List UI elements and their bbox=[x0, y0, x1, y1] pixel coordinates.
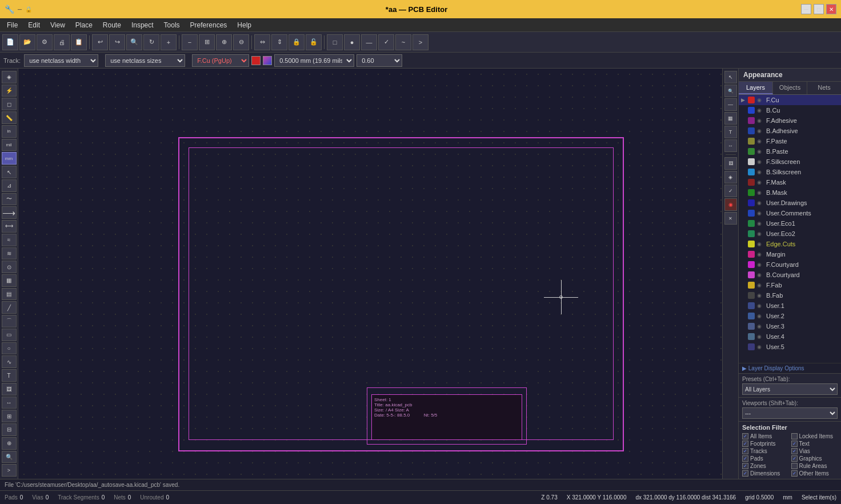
layer-visibility-icon[interactable]: ◉ bbox=[757, 138, 764, 144]
flip-x-toolbar-btn[interactable]: ⇔ bbox=[254, 34, 270, 50]
layer-row-User-3[interactable]: ◉User.3 bbox=[739, 321, 841, 331]
filter-checkbox-graphics[interactable] bbox=[791, 455, 798, 462]
layer-row-User-Drawings[interactable]: ◉User.Drawings bbox=[739, 198, 841, 208]
add-board-btn[interactable]: ◻ bbox=[2, 98, 17, 110]
layer-visibility-icon[interactable]: ◉ bbox=[757, 169, 764, 175]
layer-row-User-4[interactable]: ◉User.4 bbox=[739, 331, 841, 342]
layer-visibility-icon[interactable]: ◉ bbox=[757, 221, 764, 226]
zoom-select[interactable]: 0.60 bbox=[357, 54, 402, 67]
select-btn[interactable]: ↖ bbox=[2, 166, 17, 178]
menu-item-place[interactable]: Place bbox=[71, 20, 97, 30]
filter-checkbox-dimensions[interactable] bbox=[742, 470, 748, 477]
layer-visibility-icon[interactable]: ◉ bbox=[757, 272, 764, 278]
layer-visibility-icon[interactable]: ◉ bbox=[757, 231, 764, 237]
layer-visibility-icon[interactable]: ◉ bbox=[757, 97, 764, 103]
rib-drc-btn[interactable]: ✓ bbox=[724, 185, 737, 197]
layer-visibility-icon[interactable]: ◉ bbox=[757, 159, 764, 165]
layer-row-User-5[interactable]: ◉User.5 bbox=[739, 342, 841, 352]
width-select[interactable]: 0.5000 mm (19.69 mils) bbox=[274, 54, 354, 67]
filter-checkbox-pads[interactable] bbox=[742, 455, 748, 462]
add-footprint-toolbar-btn[interactable]: □ bbox=[327, 34, 343, 50]
via-size-select[interactable]: use netclass sizes bbox=[105, 54, 185, 67]
net-inspect-toolbar-btn[interactable]: ~ bbox=[395, 34, 411, 50]
unit-in-btn[interactable]: in bbox=[2, 125, 17, 138]
layer-display-options[interactable]: ▶ Layer Display Options bbox=[739, 363, 841, 373]
layer-visibility-icon[interactable]: ◉ bbox=[757, 149, 764, 154]
rib-select-btn[interactable]: ↖ bbox=[724, 71, 737, 83]
layer-visibility-icon[interactable]: ◉ bbox=[757, 118, 764, 123]
filter-checkbox-vias[interactable] bbox=[791, 448, 798, 454]
draw-bezier-btn[interactable]: ∿ bbox=[2, 355, 17, 368]
menu-item-edit[interactable]: Edit bbox=[23, 20, 45, 30]
rib-image-btn[interactable]: 🖼 bbox=[724, 157, 737, 170]
tune-single-btn[interactable]: ≈ bbox=[2, 234, 17, 246]
menu-item-tools[interactable]: Tools bbox=[159, 20, 185, 30]
scripting-toolbar-btn[interactable]: > bbox=[413, 34, 428, 50]
layer-row-B-Silkscreen[interactable]: ◉B.Silkscreen bbox=[739, 167, 841, 177]
refresh-toolbar-btn[interactable]: ↻ bbox=[143, 34, 159, 50]
search-toolbar-btn[interactable]: 🔍 bbox=[126, 34, 142, 50]
menu-item-file[interactable]: File bbox=[2, 20, 22, 30]
draw-circle-btn[interactable]: ○ bbox=[2, 342, 17, 355]
layer-visibility-icon[interactable]: ◉ bbox=[757, 190, 764, 195]
rib-text-btn[interactable]: T bbox=[724, 126, 737, 138]
presets-select[interactable]: All Layers bbox=[742, 383, 838, 395]
tune-diff-btn[interactable]: ≋ bbox=[2, 247, 17, 260]
filter-checkbox-other-items[interactable] bbox=[791, 470, 798, 477]
canvas-area[interactable]: Sheet: 1 Title: aa.kicad_pcb Size: / A4 … bbox=[18, 69, 722, 479]
layer-row-Edge-Cuts[interactable]: ◉Edge.Cuts bbox=[739, 239, 841, 249]
layer-visibility-icon[interactable]: ◉ bbox=[757, 251, 764, 257]
tab-nets[interactable]: Nets bbox=[807, 82, 841, 94]
rib-clear-btn[interactable]: ✕ bbox=[724, 212, 737, 225]
layer-visibility-icon[interactable]: ◉ bbox=[757, 323, 764, 329]
add-footprint-btn[interactable]: ⊞ bbox=[2, 410, 17, 422]
rib-layout-btn[interactable]: ▦ bbox=[724, 112, 737, 125]
filter-checkbox-rule-areas[interactable] bbox=[791, 463, 798, 469]
layer-visibility-icon[interactable]: ◉ bbox=[757, 107, 764, 113]
layer-row-F-Cu[interactable]: ▶◉F.Cu bbox=[739, 95, 841, 105]
layer-row-User-1[interactable]: ◉User.1 bbox=[739, 301, 841, 311]
filter-checkbox-locked-items[interactable] bbox=[791, 433, 798, 439]
layer-visibility-icon[interactable]: ◉ bbox=[757, 262, 764, 267]
window-maximize-btn[interactable]: □ bbox=[814, 4, 824, 14]
unit-mm-btn[interactable]: mm bbox=[2, 152, 17, 165]
layer-row-B-Courtyard[interactable]: ◉B.Courtyard bbox=[739, 270, 841, 280]
draw-arc-btn[interactable]: ⌒ bbox=[2, 315, 17, 327]
menu-item-help[interactable]: Help bbox=[233, 20, 256, 30]
open-toolbar-btn[interactable]: 📂 bbox=[19, 34, 35, 50]
zoom-in-center-toolbar-btn[interactable]: ⊕ bbox=[216, 34, 232, 50]
group-btn[interactable]: ⊟ bbox=[2, 423, 17, 436]
layer-row-B-Cu[interactable]: ◉B.Cu bbox=[739, 105, 841, 115]
add-via-btn[interactable]: ⊙ bbox=[2, 261, 17, 273]
layer-visibility-icon[interactable]: ◉ bbox=[757, 313, 764, 319]
lock-toolbar-btn[interactable]: 🔒 bbox=[289, 34, 305, 50]
viewports-select[interactable]: --- bbox=[742, 407, 838, 419]
add-via-toolbar-btn[interactable]: ● bbox=[344, 34, 360, 50]
run-drc-toolbar-btn[interactable]: ✓ bbox=[378, 34, 394, 50]
unlock-toolbar-btn[interactable]: 🔓 bbox=[306, 34, 322, 50]
layer-visibility-icon[interactable]: ◉ bbox=[757, 128, 764, 134]
filter-checkbox-tracks[interactable] bbox=[742, 448, 748, 454]
window-minimize-btn[interactable]: ─ bbox=[801, 4, 811, 14]
add-zone-btn[interactable]: ▦ bbox=[2, 274, 17, 287]
layer-row-F-Silkscreen[interactable]: ◉F.Silkscreen bbox=[739, 157, 841, 167]
zoom-out-toolbar-btn[interactable]: − bbox=[182, 34, 198, 50]
layer-visibility-icon[interactable]: ◉ bbox=[757, 179, 764, 185]
new-toolbar-btn[interactable]: 📄 bbox=[2, 34, 18, 50]
inspector-btn[interactable]: 🔍 bbox=[2, 451, 17, 463]
tab-objects[interactable]: Objects bbox=[773, 82, 807, 94]
measure-btn[interactable]: ⊿ bbox=[2, 179, 17, 192]
window-close-btn[interactable]: ✕ bbox=[826, 4, 836, 14]
filter-checkbox-all-items[interactable] bbox=[742, 433, 748, 439]
filter-checkbox-footprints[interactable] bbox=[742, 441, 748, 447]
layer-row-B-Fab[interactable]: ◉B.Fab bbox=[739, 290, 841, 301]
tab-layers[interactable]: Layers bbox=[739, 82, 773, 94]
layer-row-User-Eco1[interactable]: ◉User.Eco1 bbox=[739, 218, 841, 229]
interactive-router-btn[interactable]: 〜 bbox=[2, 193, 17, 206]
add-image-btn[interactable]: 🖼 bbox=[2, 383, 17, 395]
layer-visibility-icon[interactable]: ◉ bbox=[757, 334, 764, 339]
draw-rect-btn[interactable]: ▭ bbox=[2, 329, 17, 341]
undo-toolbar-btn[interactable]: ↩ bbox=[92, 34, 108, 50]
layer-row-F-Courtyard[interactable]: ◉F.Courtyard bbox=[739, 259, 841, 270]
rib-red-btn[interactable]: ◉ bbox=[724, 198, 737, 211]
